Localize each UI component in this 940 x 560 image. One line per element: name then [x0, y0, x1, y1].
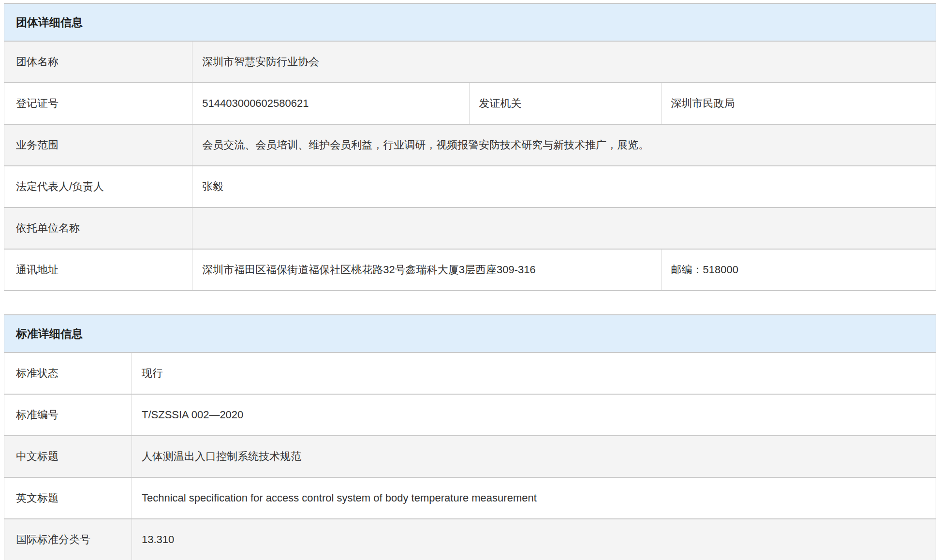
chinese-title-label: 中文标题 [4, 436, 132, 477]
business-scope-row: 业务范围 会员交流、会员培训、维护会员利益，行业调研，视频报警安防技术研究与新技… [4, 124, 936, 166]
legal-representative-label: 法定代表人/负责人 [4, 166, 192, 207]
english-title-label: 英文标题 [4, 477, 132, 519]
group-detail-table: 团体详细信息 团体名称 深圳市智慧安防行业协会 登记证号 51440300060… [4, 3, 936, 291]
registration-no-value: 514403000602580621 [192, 83, 469, 124]
group-name-label: 团体名称 [4, 41, 192, 83]
standard-status-value: 现行 [132, 353, 936, 394]
postcode-value: 邮编：518000 [661, 249, 936, 291]
standard-status-label: 标准状态 [4, 353, 132, 394]
standard-number-value: T/SZSSIA 002—2020 [132, 394, 936, 436]
standard-table-title: 标准详细信息 [4, 315, 936, 353]
table-gap [4, 291, 936, 314]
chinese-title-value: 人体测温出入口控制系统技术规范 [132, 436, 936, 477]
standard-status-row: 标准状态 现行 [4, 353, 936, 394]
supporting-unit-row: 依托单位名称 [4, 207, 936, 249]
ics-label: 国际标准分类号 [4, 519, 132, 560]
address-value: 深圳市福田区福保街道福保社区桃花路32号鑫瑞科大厦3层西座309-316 [192, 249, 661, 291]
business-scope-value: 会员交流、会员培训、维护会员利益，行业调研，视频报警安防技术研究与新技术推广，展… [192, 124, 936, 166]
chinese-title-row: 中文标题 人体测温出入口控制系统技术规范 [4, 436, 936, 477]
english-title-value: Technical specification for access contr… [132, 477, 936, 519]
standard-table-header-row: 标准详细信息 [4, 315, 936, 353]
business-scope-label: 业务范围 [4, 124, 192, 166]
ics-row: 国际标准分类号 13.310 [4, 519, 936, 560]
supporting-unit-value [192, 207, 936, 249]
issuing-authority-label: 发证机关 [469, 83, 661, 124]
group-table-header-row: 团体详细信息 [4, 3, 936, 41]
registration-row: 登记证号 514403000602580621 发证机关 深圳市民政局 [4, 83, 936, 124]
english-title-row: 英文标题 Technical specification for access … [4, 477, 936, 519]
registration-no-label: 登记证号 [4, 83, 192, 124]
group-table-title: 团体详细信息 [4, 3, 936, 41]
legal-representative-value: 张毅 [192, 166, 936, 207]
issuing-authority-value: 深圳市民政局 [661, 83, 936, 124]
address-row: 通讯地址 深圳市福田区福保街道福保社区桃花路32号鑫瑞科大厦3层西座309-31… [4, 249, 936, 291]
standard-number-row: 标准编号 T/SZSSIA 002—2020 [4, 394, 936, 436]
address-label: 通讯地址 [4, 249, 192, 291]
group-name-value: 深圳市智慧安防行业协会 [192, 41, 936, 83]
legal-representative-row: 法定代表人/负责人 张毅 [4, 166, 936, 207]
ics-value: 13.310 [132, 519, 936, 560]
group-name-row: 团体名称 深圳市智慧安防行业协会 [4, 41, 936, 83]
standard-detail-table: 标准详细信息 标准状态 现行 标准编号 T/SZSSIA 002—2020 中文… [4, 314, 936, 560]
standard-number-label: 标准编号 [4, 394, 132, 436]
supporting-unit-label: 依托单位名称 [4, 207, 192, 249]
